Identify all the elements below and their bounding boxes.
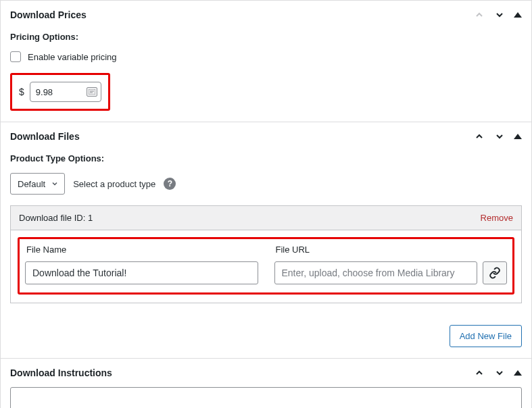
enable-variable-pricing-label: Enable variable pricing	[28, 52, 117, 62]
collapse-toggle-icon[interactable]	[514, 12, 522, 18]
product-type-select[interactable]: Default	[10, 173, 65, 195]
collapse-toggle-icon[interactable]	[514, 370, 522, 376]
file-url-label: File URL	[276, 245, 508, 255]
help-icon[interactable]: ?	[164, 178, 176, 190]
section-title-files: Download Files	[10, 131, 473, 142]
download-file-block: Download file ID: 1 Remove File Name Fil…	[10, 205, 522, 303]
move-up-icon[interactable]	[473, 367, 485, 379]
move-down-icon[interactable]	[493, 130, 506, 143]
file-name-input[interactable]	[25, 261, 258, 284]
file-name-label: File Name	[26, 245, 258, 255]
section-title-prices: Download Prices	[10, 9, 473, 20]
move-down-icon[interactable]	[493, 367, 506, 379]
card-icon	[87, 87, 97, 97]
move-up-icon[interactable]	[473, 9, 485, 21]
remove-file-link[interactable]: Remove	[481, 213, 513, 223]
chevron-down-icon	[51, 180, 59, 188]
add-new-file-button[interactable]: Add New File	[450, 325, 522, 347]
file-url-input[interactable]	[274, 261, 478, 284]
product-type-select-value: Default	[18, 179, 45, 189]
section-title-instructions: Download Instructions	[10, 367, 473, 378]
svg-rect-0	[89, 89, 95, 95]
collapse-toggle-icon[interactable]	[514, 134, 522, 139]
product-type-hint: Select a product type	[73, 179, 155, 189]
move-up-icon[interactable]	[473, 130, 485, 143]
pricing-options-label: Pricing Options:	[10, 32, 522, 42]
move-down-icon[interactable]	[493, 9, 506, 21]
product-type-options-label: Product Type Options:	[10, 153, 522, 163]
instructions-textarea[interactable]	[10, 387, 522, 408]
link-icon	[489, 267, 501, 279]
currency-symbol: $	[19, 86, 24, 97]
media-library-button[interactable]	[483, 261, 507, 284]
enable-variable-pricing-checkbox[interactable]	[10, 51, 21, 62]
download-file-id-label: Download file ID: 1	[19, 213, 481, 223]
